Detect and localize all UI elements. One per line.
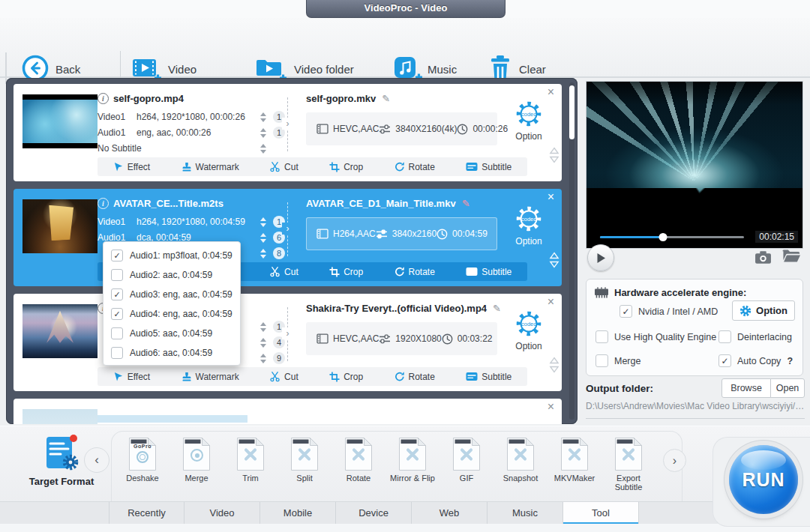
codec-option-button[interactable]: Option xyxy=(502,309,556,351)
help-icon[interactable]: ? xyxy=(787,356,793,366)
rename-icon[interactable]: ✎ xyxy=(462,198,470,209)
open-button[interactable]: Open xyxy=(770,378,805,398)
subtitle-button[interactable]: Subtitle xyxy=(466,267,512,277)
tool-gif[interactable]: GIF xyxy=(442,437,491,483)
info-icon[interactable]: i xyxy=(98,93,109,104)
tab-web[interactable]: Web xyxy=(412,502,488,525)
checkbox[interactable] xyxy=(111,250,123,262)
subtitle-button[interactable]: Subtitle xyxy=(466,162,512,172)
back-label[interactable]: Back xyxy=(56,63,80,76)
reorder-arrows[interactable] xyxy=(549,147,560,163)
snapshot-camera-icon[interactable] xyxy=(754,250,772,265)
audio-track-option-1[interactable]: Audio1: mp3float, 0:04:59 xyxy=(104,246,240,265)
tab-video[interactable]: Video xyxy=(184,502,260,525)
tool-trim[interactable]: Trim xyxy=(226,437,275,483)
file-row-1[interactable]: × iself-gopro.mp4 Video1h264, 1920*1080,… xyxy=(14,84,562,181)
crop-button[interactable]: Crop xyxy=(329,372,363,382)
tool-mkvmaker[interactable]: MKVMaker xyxy=(550,437,599,483)
codec-option-button[interactable]: Option xyxy=(502,204,556,247)
tab-device[interactable]: Device xyxy=(336,502,412,525)
reorder-arrows[interactable] xyxy=(549,357,560,373)
close-icon[interactable]: × xyxy=(548,400,554,414)
rename-icon[interactable]: ✎ xyxy=(493,303,501,314)
track-stepper[interactable] xyxy=(259,249,267,259)
open-folder-icon[interactable] xyxy=(782,249,801,263)
watermark-button[interactable]: Watermark xyxy=(182,162,239,172)
checkbox[interactable] xyxy=(620,305,632,318)
tool-mirror-flip[interactable]: Mirror & Flip xyxy=(388,437,437,483)
checkbox[interactable] xyxy=(718,330,731,343)
scroll-tools-left-button[interactable]: ‹ xyxy=(84,447,110,473)
rename-icon[interactable]: ✎ xyxy=(382,93,390,104)
cut-button[interactable]: Cut xyxy=(270,162,298,172)
rotate-button[interactable]: Rotate xyxy=(394,372,435,382)
high-quality-engine-option[interactable]: Use High Quality Engine xyxy=(596,330,716,343)
add-video-folder-label[interactable]: Video folder xyxy=(294,63,354,76)
add-video-label[interactable]: Video xyxy=(168,63,196,76)
effect-button[interactable]: Effect xyxy=(113,162,150,172)
gpu-accel-option[interactable]: Nvidia / Intel / AMD xyxy=(620,305,718,318)
tool-deshake[interactable]: GoPro Deshake xyxy=(118,437,167,483)
file-row-4-partial[interactable]: × xyxy=(14,399,562,424)
effect-button[interactable]: Effect xyxy=(113,372,150,382)
checkbox[interactable] xyxy=(111,327,123,339)
track-stepper[interactable] xyxy=(259,144,267,154)
track-stepper[interactable] xyxy=(259,128,267,138)
crop-button[interactable]: Crop xyxy=(329,267,363,277)
video-preview[interactable]: 00:02:15 xyxy=(586,81,803,249)
track-stepper[interactable] xyxy=(259,354,267,363)
tab-mobile[interactable]: Mobile xyxy=(260,502,336,525)
checkbox[interactable] xyxy=(718,354,731,367)
run-button[interactable]: RUN xyxy=(729,445,798,514)
tool-merge[interactable]: Merge xyxy=(172,437,221,483)
track-stepper[interactable] xyxy=(259,233,267,243)
info-icon[interactable]: i xyxy=(98,198,109,209)
close-icon[interactable]: × xyxy=(548,295,554,309)
cut-button[interactable]: Cut xyxy=(270,372,298,382)
file-row-3[interactable]: × i 1 4 9 › Shakira-Try Everyt..(officia… xyxy=(14,294,562,391)
play-button[interactable] xyxy=(587,244,614,271)
list-scrollbar-thumb[interactable] xyxy=(569,85,574,139)
checkbox[interactable] xyxy=(111,269,123,281)
codec-option-button[interactable]: Option xyxy=(502,99,556,142)
merge-option[interactable]: Merge xyxy=(596,354,640,367)
tool-rotate[interactable]: Rotate xyxy=(334,437,383,483)
subtitle-button[interactable]: Subtitle xyxy=(466,372,512,382)
tab-recently[interactable]: Recently xyxy=(109,502,184,525)
cut-button[interactable]: Cut xyxy=(270,267,298,277)
seek-knob[interactable] xyxy=(659,233,668,241)
scroll-tools-right-button[interactable]: › xyxy=(663,449,686,472)
clear-label[interactable]: Clear xyxy=(519,63,546,76)
audio-track-option-5[interactable]: Audio5: aac, 0:04:59 xyxy=(104,324,240,343)
seek-bar[interactable] xyxy=(600,236,744,238)
browse-button[interactable]: Browse xyxy=(722,378,771,398)
checkbox[interactable] xyxy=(111,308,123,320)
reorder-arrows[interactable] xyxy=(549,252,560,268)
checkbox[interactable] xyxy=(111,288,123,300)
track-stepper[interactable] xyxy=(259,338,267,348)
crop-button[interactable]: Crop xyxy=(329,162,363,172)
tool-snapshot[interactable]: Snapshot xyxy=(496,437,545,483)
checkbox[interactable] xyxy=(596,354,608,367)
auto-copy-option[interactable]: Auto Copy ? xyxy=(718,354,793,367)
watermark-button[interactable]: Watermark xyxy=(182,372,239,382)
audio-track-option-4[interactable]: Audio4: eng, aac, 0:04:59 xyxy=(104,304,240,324)
tool-export-subtitle[interactable]: Export Subtitle xyxy=(604,437,653,492)
add-music-label[interactable]: Music xyxy=(428,63,457,76)
audio-track-option-6[interactable]: Audio6: aac, 0:04:59 xyxy=(104,343,240,363)
output-folder-path[interactable]: D:\Users\Andrew\Movies\Mac Video Library… xyxy=(586,401,805,411)
audio-track-option-3[interactable]: Audio3: eng, aac, 0:04:59 xyxy=(104,285,240,304)
tool-split[interactable]: Split xyxy=(280,437,329,483)
close-icon[interactable]: × xyxy=(548,190,554,204)
engine-option-button[interactable]: Option xyxy=(732,300,795,321)
rotate-button[interactable]: Rotate xyxy=(394,267,435,277)
audio-track-option-2[interactable]: Audio2: aac, 0:04:59 xyxy=(104,265,240,285)
checkbox[interactable] xyxy=(596,330,608,343)
deinterlacing-option[interactable]: Deinterlacing xyxy=(718,330,792,343)
checkbox[interactable] xyxy=(111,347,123,359)
track-stepper[interactable] xyxy=(259,322,267,332)
track-stepper[interactable] xyxy=(259,112,267,122)
track-stepper[interactable] xyxy=(259,217,267,227)
tab-music[interactable]: Music xyxy=(488,502,563,525)
tab-tool[interactable]: Tool xyxy=(563,502,639,525)
